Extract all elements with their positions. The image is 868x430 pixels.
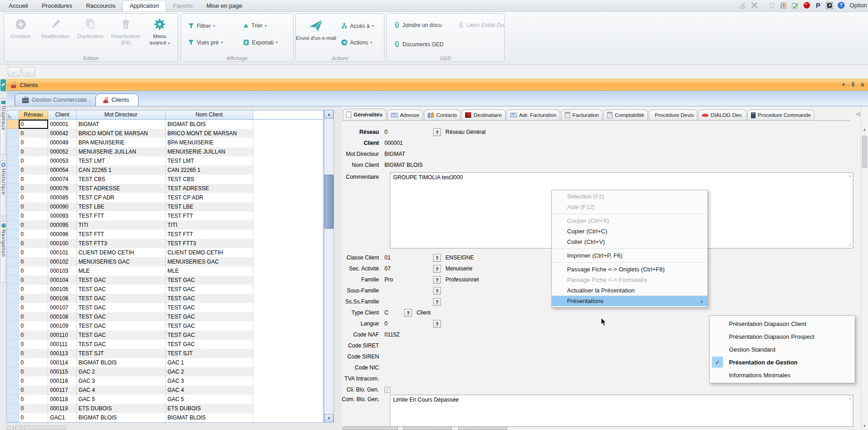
help-button[interactable]: ? <box>433 320 441 328</box>
pin-icon[interactable] <box>851 82 856 88</box>
row-selector[interactable] <box>7 175 19 184</box>
cell-client[interactable]: 000109 <box>48 321 77 331</box>
table-row[interactable]: 0000102MENUISERIES GACMENUISERIES GAC <box>7 257 323 266</box>
row-selector[interactable] <box>7 294 19 303</box>
cell-nom-client[interactable]: CLIENT DEMO CETIH <box>166 248 253 257</box>
filtrer-button[interactable]: Filtrer ▾ <box>185 21 218 31</box>
cell-nom-client[interactable]: ETS DUBOIS <box>166 404 253 413</box>
cell-reseau[interactable]: 0 <box>19 239 48 248</box>
cell-client[interactable]: 000116 <box>48 376 77 386</box>
row-selector[interactable] <box>7 138 19 147</box>
cell-mot-directeur[interactable]: TEST FTT3 <box>77 239 166 248</box>
menu-tab-accueil[interactable]: Accueil <box>2 0 35 11</box>
scroll-up-mini-icon[interactable]: ▲ <box>848 174 852 178</box>
cell-reseau[interactable]: 0 <box>19 257 48 266</box>
table-row[interactable]: 0000103MLEMLE <box>7 266 323 276</box>
row-selector[interactable] <box>7 340 19 349</box>
cell-client[interactable]: 000085 <box>48 193 77 202</box>
task-check-icon[interactable] <box>791 1 799 9</box>
window-menu-caret-icon[interactable]: ▼ <box>841 83 846 87</box>
detail-tab-destinataire[interactable]: Destinataire <box>462 110 505 121</box>
row-selector[interactable] <box>7 156 19 165</box>
cell-mot-directeur[interactable]: TEST GAC <box>77 285 166 294</box>
table-row[interactable]: 0000111TEST GACTEST GAC <box>7 340 323 349</box>
cell-reseau[interactable]: 0 <box>19 349 48 358</box>
joindre-document-button[interactable]: Joindre un docu <box>390 20 444 30</box>
documents-ged-button[interactable]: Documents GED <box>390 39 446 50</box>
cell-mot-directeur[interactable]: BIGMAT BLOIS <box>77 358 166 367</box>
detail-tab-proc-dure-devis[interactable]: Procédure Devis <box>649 110 697 121</box>
cell-reseau[interactable]: 0 <box>19 331 48 340</box>
row-selector[interactable] <box>7 202 19 211</box>
cell-reseau[interactable]: 0 <box>19 129 48 138</box>
row-selector[interactable] <box>7 221 19 230</box>
cell-mot-directeur[interactable]: GAC 3 <box>77 376 166 386</box>
table-row[interactable]: 0000074TEST CBSTEST CBS <box>7 175 323 184</box>
cell-nom-client[interactable]: TEST LBE <box>166 202 253 211</box>
cell-nom-client[interactable]: TEST FTT <box>166 211 253 221</box>
cell-client[interactable]: 000119 <box>48 404 77 413</box>
cell-mot-directeur[interactable]: TEST GAC <box>77 276 166 285</box>
table-row[interactable]: 0000119ETS DUBOISETS DUBOIS <box>7 404 323 413</box>
submenu-item-gestion-standard[interactable]: Gestion Standard <box>710 343 855 356</box>
scrollbar-thumb[interactable] <box>324 175 334 229</box>
actions-button[interactable]: Actions ▾ <box>338 38 375 47</box>
cell-nom-client[interactable]: TEST GAC <box>166 340 253 349</box>
cell-client[interactable]: 000118 <box>48 395 77 404</box>
row-selector[interactable] <box>7 184 19 193</box>
cell-mot-directeur[interactable]: TEST FTT <box>77 211 166 221</box>
menu-avance-button[interactable]: Menu avancé ▾ <box>145 14 175 53</box>
select-all-header[interactable] <box>7 110 19 120</box>
help-button[interactable]: ? <box>433 265 441 273</box>
bottom-button-1[interactable] <box>343 426 398 430</box>
cell-client[interactable]: 000090 <box>48 202 77 211</box>
table-row[interactable]: 0000107TEST GACTEST GAC <box>7 303 323 312</box>
row-selector[interactable] <box>7 193 19 202</box>
table-row[interactable]: 0000093TEST FTTTEST FTT <box>7 211 323 221</box>
cell-mot-directeur[interactable]: MENUISERIE JUILLAN <box>77 147 166 156</box>
table-row[interactable]: 0000096TEST FTTTEST FTT <box>7 230 323 239</box>
cell-mot-directeur[interactable]: CAN 22265 1 <box>77 165 166 175</box>
acces-a-button[interactable]: Accès à ▾ <box>338 21 377 31</box>
cell-mot-directeur[interactable]: TEST GAC <box>77 312 166 321</box>
table-row[interactable]: 0000110TEST GACTEST GAC <box>7 331 323 340</box>
detail-tab-adresse[interactable]: Adresse <box>387 110 423 121</box>
row-selector[interactable] <box>7 147 19 156</box>
cell-mot-directeur[interactable]: BIGMAT <box>77 120 166 129</box>
cell-reseau[interactable]: 0 <box>19 221 48 230</box>
scroll-up-button[interactable]: ▲ <box>861 127 868 132</box>
context-menu-item-actualiser-la-pr-sentation[interactable]: Actualiser la Présentation <box>552 285 707 296</box>
help-icon[interactable]: ? <box>837 1 845 9</box>
cell-reseau[interactable]: 0 <box>19 211 48 221</box>
cell-client[interactable]: 000111 <box>48 340 77 349</box>
close-window-icon[interactable]: × <box>861 81 864 88</box>
cell-client[interactable]: 000076 <box>48 184 77 193</box>
detail-tab-contacts[interactable]: Contacts <box>424 110 461 121</box>
help-button[interactable]: ? <box>404 309 412 317</box>
cell-nom-client[interactable]: BIGMAT BLOIS <box>166 413 253 422</box>
doc-tab-gestion-commerciale[interactable]: Gestion Commerciale .. <box>15 94 98 106</box>
field-value-code-naf[interactable]: 0115Z <box>384 331 433 338</box>
cell-nom-client[interactable]: BRICO MONT DE MARSAN <box>166 129 253 138</box>
side-tab-historique[interactable]: Historique <box>0 160 6 216</box>
cell-mot-directeur[interactable]: TEST GAC <box>77 294 166 303</box>
row-selector[interactable] <box>7 257 19 266</box>
row-selector[interactable] <box>7 331 19 340</box>
row-selector[interactable] <box>7 413 19 422</box>
cell-nom-client[interactable]: MENUISERIES GAC <box>166 257 253 266</box>
cell-reseau[interactable]: 0 <box>19 120 48 129</box>
cell-reseau[interactable]: 0 <box>19 193 48 202</box>
cell-mot-directeur[interactable]: TEST FTT <box>77 230 166 239</box>
cell-nom-client[interactable]: GAC 2 <box>166 367 253 376</box>
detail-vertical-scrollbar[interactable]: ▲ ▼ <box>861 106 868 430</box>
cell-nom-client[interactable]: MLE <box>166 266 253 276</box>
row-selector[interactable] <box>7 211 19 221</box>
field-value-client[interactable]: 000001 <box>384 140 433 146</box>
table-row[interactable]: 0000108TEST GACTEST GAC <box>7 312 323 321</box>
table-row[interactable]: 0000085TEST CP ADRTEST CP ADR <box>7 193 323 202</box>
context-menu-item-copier-ctrl-c[interactable]: Copier (Ctrl+C) <box>552 226 707 237</box>
cell-reseau[interactable]: 0 <box>19 404 48 413</box>
cell-reseau[interactable]: 0 <box>19 184 48 193</box>
cell-client[interactable]: 000106 <box>48 294 77 303</box>
cell-mot-directeur[interactable]: BRICO MONT DE MARSAN <box>77 129 166 138</box>
